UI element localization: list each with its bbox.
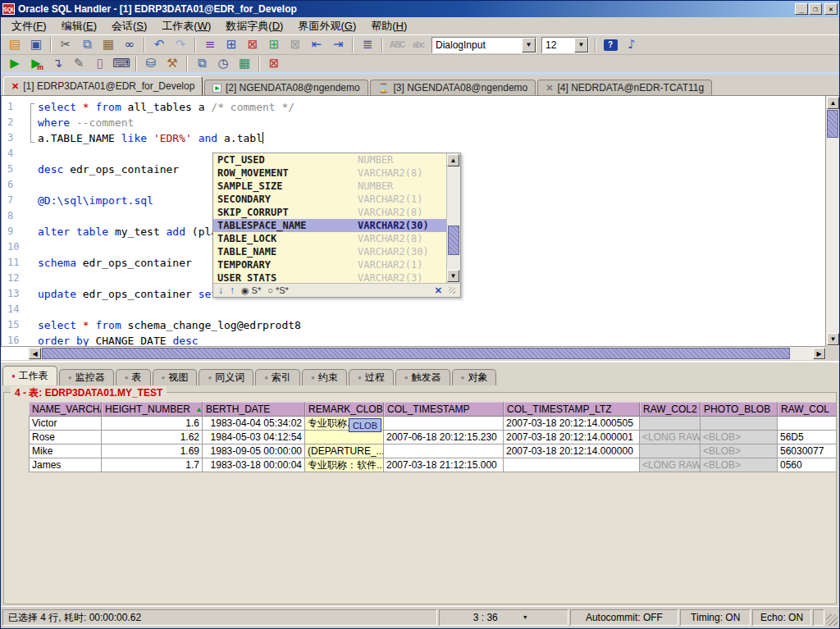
results-tab[interactable]: ●视图 [153, 369, 198, 385]
cut-button[interactable]: ✂ [56, 36, 75, 54]
autocomplete-item[interactable]: TABLE_NAMEVARCHAR2(30) [213, 245, 446, 258]
copy-database-button[interactable]: ⧉ [192, 55, 212, 73]
table-cell[interactable]: 1983-04-04 05:34:02 [203, 417, 305, 431]
results-tab[interactable]: ●对象 [452, 369, 497, 385]
redo-button[interactable]: ↷ [171, 36, 190, 54]
autocomplete-item[interactable]: TABLE_LOCKVARCHAR2(8) [213, 232, 446, 245]
table-cell[interactable] [384, 417, 504, 431]
table-cell[interactable]: 2007-03-18 21:12:15.000 [384, 458, 504, 472]
results-tab[interactable]: ●约束 [302, 369, 347, 385]
scrollbar-thumb[interactable] [827, 110, 838, 138]
table-cell[interactable]: <LONG RAW> [640, 458, 701, 472]
autocomplete-item[interactable]: SECONDARYVARCHAR2(1) [213, 193, 446, 206]
autocomplete-item[interactable]: SKIP_CORRUPTVARCHAR2(8) [213, 206, 446, 219]
autocomplete-item[interactable]: SAMPLE_SIZENUMBER [213, 180, 446, 193]
popup-scrollbar[interactable]: ▲ ▼ [446, 153, 460, 283]
table-cell[interactable]: 2007-06-18 20:12:15.230 [384, 431, 504, 444]
column-header[interactable]: COL_TIMESTAMP [384, 402, 504, 417]
history-button[interactable]: ◷ [213, 55, 233, 73]
console-button[interactable]: ⌨ [112, 55, 131, 73]
session-tab[interactable]: ✕[1] EDRP3DATA01@EDR_for_Develop [3, 76, 203, 95]
editor-horizontal-scrollbar[interactable]: ◀ ▶ [28, 346, 826, 360]
table-cell[interactable]: 2007-03-18 20:12:14.000001 [504, 431, 640, 444]
editor-vertical-scrollbar[interactable]: ▲ ▼ [825, 96, 839, 346]
script-icon[interactable]: ▸ [212, 84, 221, 93]
table-cell[interactable]: Mike [29, 444, 102, 458]
scroll-down-icon[interactable]: ▼ [827, 333, 839, 345]
delete-row-button[interactable]: ⊠ [243, 36, 262, 54]
menu-item-G[interactable]: 界面外观(G) [290, 17, 363, 35]
column-header[interactable]: NAME_VARCHAR2 [29, 402, 102, 417]
popup-close-icon[interactable]: ✕ [435, 285, 442, 296]
column-header[interactable]: COL_TIMESTAMP_LTZ [504, 402, 640, 417]
mobile-button[interactable]: ▯ [90, 55, 110, 73]
edit-export-button[interactable]: ✎ [69, 55, 89, 73]
results-tab[interactable]: ●同义词 [199, 369, 253, 385]
scrollbar-thumb[interactable] [448, 226, 459, 255]
results-tab[interactable]: ●触发器 [395, 369, 450, 385]
table-cell[interactable] [778, 417, 836, 431]
send-to-worksheet-button[interactable]: ↴ [48, 55, 67, 73]
autocomplete-list[interactable]: PCT_USEDNUMBERROW_MOVEMENTVARCHAR2(8)SAM… [213, 153, 446, 283]
indent-button[interactable]: ⇥ [328, 36, 348, 54]
scroll-up-icon[interactable]: ▲ [827, 97, 839, 109]
session-tab[interactable]: ✕[4] NEDRDATA@nEDR-TCAT11g [537, 80, 712, 95]
table-row[interactable]: James1.71983-03-18 00:00:04专业职称：软件...200… [29, 458, 836, 472]
drop-table-button[interactable]: ⊠ [264, 55, 284, 73]
results-tab[interactable]: ●过程 [349, 369, 394, 385]
table-cell[interactable]: 1.62 [102, 431, 203, 444]
table-cell[interactable] [504, 458, 640, 472]
table-cell[interactable]: <LONG RAW> [640, 431, 701, 444]
table-cell[interactable] [305, 431, 384, 444]
table-cell[interactable]: 1.69 [102, 444, 203, 458]
autocomplete-item[interactable]: USER_STATSVARCHAR2(3) [213, 271, 446, 283]
table-cell[interactable]: Rose [29, 431, 102, 444]
table-cell[interactable]: 56D5 [778, 431, 836, 444]
column-header[interactable]: REMARK_CLOB [305, 402, 384, 417]
maximize-button[interactable]: ❐ [809, 3, 822, 15]
paste-button[interactable]: ▦ [98, 36, 118, 54]
autocomplete-item[interactable]: ROW_MOVEMENTVARCHAR2(8) [213, 166, 446, 180]
chevron-down-icon[interactable]: ▼ [574, 38, 588, 52]
table-cell[interactable] [701, 417, 778, 431]
menu-item-S[interactable]: 会话(S) [104, 17, 154, 35]
open-file-button[interactable]: ▤ [5, 36, 25, 54]
scrollbar-thumb[interactable] [42, 348, 790, 359]
results-tab[interactable]: ●工作表 [2, 366, 57, 385]
speaker-button[interactable]: ♪ [622, 36, 641, 54]
table-cell[interactable]: 0560 [778, 458, 836, 472]
table-cell[interactable]: 1.7 [102, 458, 203, 472]
help-button[interactable]: ? [600, 36, 620, 54]
table-cell[interactable]: (DEPARTURE_... [305, 444, 384, 458]
table-cell[interactable]: <BLOB> [701, 444, 778, 458]
line-numbers-button[interactable]: ≣ [358, 36, 377, 54]
tools-button[interactable]: ⚒ [162, 55, 182, 73]
format-sql-button[interactable]: ≡ [200, 36, 220, 54]
table-cell[interactable] [640, 417, 701, 431]
table-cell[interactable] [384, 444, 504, 458]
popup-resize-grip[interactable] [449, 287, 455, 294]
caret-position-combo[interactable]: 3 : 36 ▼ [439, 609, 568, 626]
close-icon[interactable]: ✕ [546, 84, 553, 93]
column-header[interactable]: BERTH_DATE [203, 402, 305, 417]
autocomplete-item[interactable]: PCT_USEDNUMBER [213, 153, 446, 166]
table-cell[interactable] [640, 444, 701, 458]
window-resize-grip[interactable] [826, 614, 838, 626]
close-icon[interactable]: ✕ [11, 82, 19, 91]
menu-item-W[interactable]: 工作表(W) [154, 17, 218, 35]
match-contains-radio[interactable]: ○ *S* [267, 285, 289, 295]
table-row[interactable]: Mike1.691983-09-05 00:00:00(DEPARTURE_..… [29, 444, 836, 458]
run-button[interactable]: ▶ [5, 55, 25, 73]
table-cell[interactable]: 2007-03-18 20:12:14.000505 [504, 417, 640, 431]
find-button[interactable]: ∞ [120, 36, 139, 54]
table-cell[interactable]: Victor [29, 417, 102, 431]
table-cell[interactable]: <BLOB> [701, 431, 778, 444]
table-cell[interactable]: 1.6 [102, 417, 203, 431]
menu-item-H[interactable]: 帮助(H) [363, 17, 414, 35]
match-prefix-radio[interactable]: ◉ S* [241, 285, 261, 296]
table-row[interactable]: Rose1.621984-05-03 04:12:542007-06-18 20… [29, 431, 836, 444]
autocomplete-item[interactable]: TEMPORARYVARCHAR2(1) [213, 258, 446, 271]
table-cell[interactable]: 2007-03-18 20:12:14.000000 [504, 444, 640, 458]
table-cell[interactable]: <BLOB> [701, 458, 778, 472]
menu-item-F[interactable]: 文件(F) [4, 17, 54, 35]
